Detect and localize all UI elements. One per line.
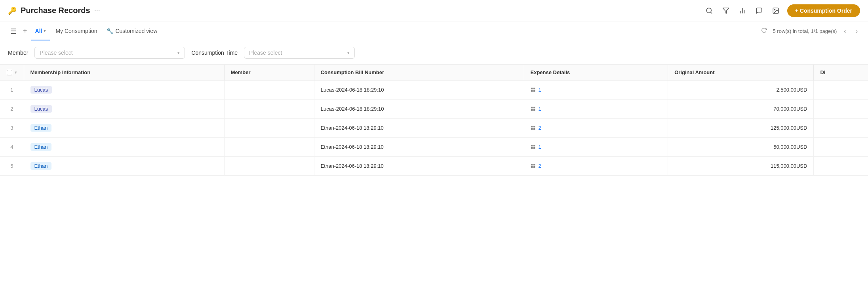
cell-member-4 <box>224 138 314 157</box>
cell-di-1 <box>814 80 868 100</box>
tabs-left: ☰ + All ▾ My Consumption 🔧 Customized vi… <box>8 22 161 40</box>
cell-bill-2: Lucas-2024-06-18 18:29:10 <box>314 100 524 119</box>
cell-amount-5: 115,000.00USD <box>668 157 814 176</box>
expense-count-1[interactable]: 1 <box>539 87 541 93</box>
svg-rect-8 <box>531 87 532 89</box>
svg-rect-16 <box>531 125 532 127</box>
cell-di-5 <box>814 157 868 176</box>
svg-rect-22 <box>531 147 532 149</box>
chart-button[interactable] <box>737 6 748 16</box>
menu-icon-button[interactable]: ☰ <box>8 25 19 37</box>
table-row: 2 Lucas Lucas-2024-06-18 18:29:10 1 70,0… <box>0 100 868 119</box>
cell-di-3 <box>814 119 868 138</box>
svg-rect-21 <box>533 144 535 146</box>
consumption-time-chevron: ▾ <box>347 50 350 56</box>
cell-num-2: 2 <box>0 100 24 119</box>
th-checkbox: ▾ <box>0 65 24 80</box>
next-page-button[interactable]: › <box>853 27 860 36</box>
key-icon: 🔑 <box>8 6 17 15</box>
th-di: Di <box>814 65 868 80</box>
svg-rect-27 <box>533 166 535 168</box>
select-all-checkbox[interactable] <box>7 70 12 75</box>
cell-expense-5[interactable]: 2 <box>524 157 668 176</box>
cell-expense-3[interactable]: 2 <box>524 119 668 138</box>
tabs-bar: ☰ + All ▾ My Consumption 🔧 Customized vi… <box>0 21 868 41</box>
consumption-time-select[interactable]: Please select ▾ <box>244 47 355 59</box>
svg-rect-17 <box>533 125 535 127</box>
cell-num-4: 4 <box>0 138 24 157</box>
cell-expense-2[interactable]: 1 <box>524 100 668 119</box>
expense-count-4[interactable]: 1 <box>539 144 541 150</box>
svg-rect-10 <box>531 90 532 92</box>
svg-rect-13 <box>533 106 535 108</box>
table-row: 4 Ethan Ethan-2024-06-18 18:29:10 1 50,0… <box>0 138 868 157</box>
svg-marker-2 <box>723 8 729 13</box>
top-bar: 🔑 Purchase Records ··· + Consumption Ord… <box>0 0 868 21</box>
grid-icon-2 <box>531 106 536 112</box>
cell-num-3: 3 <box>0 119 24 138</box>
membership-badge-4: Ethan <box>30 143 52 151</box>
tab-my-consumption-label: My Consumption <box>55 28 97 34</box>
top-bar-left: 🔑 Purchase Records ··· <box>8 6 100 15</box>
tab-all-label: All <box>35 28 42 34</box>
expense-count-2[interactable]: 1 <box>539 106 541 112</box>
tab-customized-view-label: Customized view <box>115 28 157 34</box>
tab-all[interactable]: All ▾ <box>31 22 50 40</box>
member-filter-select[interactable]: Please select ▾ <box>34 47 185 59</box>
image-button[interactable] <box>771 6 781 16</box>
cell-membership-2: Lucas <box>24 100 224 119</box>
tab-all-arrow: ▾ <box>44 28 46 33</box>
main-table: ▾ Membership Information Member Consumpt… <box>0 65 868 176</box>
prev-page-button[interactable]: ‹ <box>841 27 848 36</box>
cell-membership-4: Ethan <box>24 138 224 157</box>
consumption-time-label: Consumption Time <box>191 50 238 56</box>
svg-line-1 <box>710 12 712 13</box>
cell-membership-3: Ethan <box>24 119 224 138</box>
top-bar-right: + Consumption Order <box>704 4 860 17</box>
cell-bill-1: Lucas-2024-06-18 18:29:10 <box>314 80 524 100</box>
cell-member-1 <box>224 80 314 100</box>
refresh-button[interactable] <box>760 27 768 36</box>
svg-rect-24 <box>531 163 532 165</box>
expense-count-3[interactable]: 2 <box>539 125 541 131</box>
consumption-time-placeholder: Please select <box>249 50 344 56</box>
add-tab-button[interactable]: + <box>21 25 30 37</box>
svg-rect-11 <box>533 90 535 92</box>
svg-rect-26 <box>531 166 532 168</box>
cell-num-5: 5 <box>0 157 24 176</box>
grid-icon-4 <box>531 144 536 150</box>
member-filter-label: Member <box>8 50 28 56</box>
cell-bill-3: Ethan-2024-06-18 18:29:10 <box>314 119 524 138</box>
th-member: Member <box>224 65 314 80</box>
cell-bill-5: Ethan-2024-06-18 18:29:10 <box>314 157 524 176</box>
cell-expense-4[interactable]: 1 <box>524 138 668 157</box>
main-table-wrap: ▾ Membership Information Member Consumpt… <box>0 65 868 176</box>
filter-button[interactable] <box>721 6 731 16</box>
cell-amount-1: 2,500.00USD <box>668 80 814 100</box>
cell-expense-1[interactable]: 1 <box>524 80 668 100</box>
membership-badge-1: Lucas <box>30 86 52 94</box>
cell-di-2 <box>814 100 868 119</box>
search-button[interactable] <box>704 6 714 16</box>
table-header-row: ▾ Membership Information Member Consumpt… <box>0 65 868 80</box>
more-dots[interactable]: ··· <box>94 6 100 15</box>
svg-point-7 <box>774 9 775 10</box>
svg-rect-23 <box>533 147 535 149</box>
th-expense-details: Expense Details <box>524 65 668 80</box>
membership-badge-2: Lucas <box>30 105 52 113</box>
membership-badge-3: Ethan <box>30 124 52 132</box>
consumption-order-button[interactable]: + Consumption Order <box>787 4 860 17</box>
cell-bill-4: Ethan-2024-06-18 18:29:10 <box>314 138 524 157</box>
page-title: Purchase Records <box>21 6 90 15</box>
message-button[interactable] <box>754 6 764 16</box>
member-filter-placeholder: Please select <box>40 50 174 56</box>
th-bill-number: Consumption Bill Number <box>314 65 524 80</box>
wrench-icon: 🔧 <box>107 28 113 34</box>
tab-customized-view[interactable]: 🔧 Customized view <box>103 22 161 40</box>
cell-amount-3: 125,000.00USD <box>668 119 814 138</box>
expense-count-5[interactable]: 2 <box>539 163 541 169</box>
header-sort-arrow: ▾ <box>15 70 17 75</box>
membership-badge-5: Ethan <box>30 162 52 170</box>
tab-my-consumption[interactable]: My Consumption <box>51 22 101 40</box>
svg-rect-15 <box>533 109 535 111</box>
